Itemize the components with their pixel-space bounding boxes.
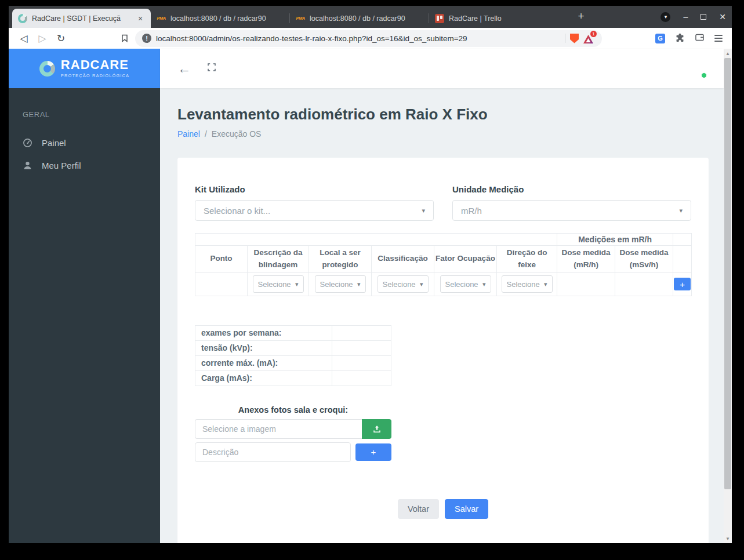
form-actions: Voltar Salvar xyxy=(195,499,691,519)
chevron-down-icon: ▾ xyxy=(422,207,425,214)
bookmark-icon[interactable] xyxy=(120,34,129,43)
description-input[interactable] xyxy=(195,442,351,462)
breadcrumb-separator: / xyxy=(205,129,207,139)
unit-select[interactable]: mR/h ▾ xyxy=(452,200,691,221)
new-tab-button[interactable]: + xyxy=(574,9,589,24)
tab-title: localhost:8080 / db / radcar90 xyxy=(170,14,284,23)
page-scrollbar[interactable]: ▲ ▼ xyxy=(724,49,732,543)
brand-name: RADCARE xyxy=(61,59,129,71)
col-direcao: Direção do feixe xyxy=(497,246,557,273)
breadcrumb-link-painel[interactable]: Painel xyxy=(177,129,200,139)
param-label: exames por semana: xyxy=(195,325,332,340)
phpmyadmin-favicon-icon: PMA xyxy=(296,14,305,23)
main-column: ← Levantamento radiométrico em Raio X Fi… xyxy=(160,49,724,543)
ponto-cell[interactable] xyxy=(195,272,248,296)
page-content: Levantamento radiométrico em Raio X Fixo… xyxy=(160,88,724,543)
param-label: corrente máx. (mA): xyxy=(195,355,332,370)
fator-select[interactable]: Selecione▾ xyxy=(440,275,491,293)
fullscreen-icon[interactable] xyxy=(207,63,216,74)
user-icon xyxy=(23,161,32,170)
attachments-heading: Anexos fotos sala e croqui: xyxy=(195,405,391,414)
scrollbar-thumb[interactable] xyxy=(724,58,731,489)
add-row-button[interactable]: + xyxy=(674,278,691,290)
window-controls: ▾ – ✕ xyxy=(660,6,726,28)
back-arrow-icon[interactable]: ← xyxy=(177,62,191,75)
col-ponto: Ponto xyxy=(195,246,248,273)
app-header: ← xyxy=(160,49,724,88)
radcare-favicon-icon xyxy=(18,14,27,23)
image-file-input[interactable] xyxy=(195,419,362,439)
tab-phpmyadmin-1[interactable]: PMA localhost:8080 / db / radcar90 xyxy=(151,9,289,28)
user-avatar[interactable] xyxy=(688,60,706,78)
maximize-button[interactable] xyxy=(701,14,706,20)
tab-phpmyadmin-2[interactable]: PMA localhost:8080 / db / radcar90 xyxy=(290,9,429,28)
extensions-puzzle-icon[interactable] xyxy=(675,32,685,45)
chevron-down-icon: ▾ xyxy=(357,281,361,288)
kit-select[interactable]: Selecionar o kit... ▾ xyxy=(195,200,434,221)
browser-window: RadCare | SGDT | Execuçã × PMA localhost… xyxy=(9,6,732,543)
table-row: tensão (kVp): xyxy=(195,340,391,355)
tab-search-button[interactable]: ▾ xyxy=(660,12,670,22)
col-descricao: Descrição da blindagem xyxy=(248,246,309,273)
param-label: tensão (kVp): xyxy=(195,340,332,355)
col-dose-msvh: Dose medida (mSv/h) xyxy=(615,246,673,273)
tab-title: localhost:8080 / db / radcar90 xyxy=(310,14,423,23)
rewards-badge: 1 xyxy=(590,31,597,37)
chevron-down-icon: ▾ xyxy=(679,207,683,214)
trello-favicon-icon xyxy=(435,14,444,23)
col-classificacao: Classificação xyxy=(372,246,434,273)
tab-close-icon[interactable]: × xyxy=(136,14,145,23)
direcao-select[interactable]: Selecione▾ xyxy=(502,275,553,293)
table-group-row: Medições em mR/h xyxy=(195,234,692,246)
divider xyxy=(565,34,565,43)
sidebar-item-label: Meu Perfil xyxy=(42,161,81,170)
site-info-icon[interactable]: ! xyxy=(142,34,151,43)
voltar-button[interactable]: Voltar xyxy=(398,499,439,519)
wallet-icon[interactable] xyxy=(695,32,705,45)
back-nav-icon[interactable]: ◁ xyxy=(16,32,32,45)
brave-rewards-icon[interactable]: 1 xyxy=(583,33,595,43)
descricao-select[interactable]: Selecione▾ xyxy=(253,275,304,293)
table-row: corrente máx. (mA): xyxy=(195,355,391,370)
minimize-button[interactable]: – xyxy=(683,13,688,21)
scroll-down-arrow-icon[interactable]: ▼ xyxy=(724,534,732,543)
tab-trello[interactable]: RadCare | Trello xyxy=(429,9,568,28)
tab-radcare-sgdt[interactable]: RadCare | SGDT | Execuçã × xyxy=(12,9,151,28)
forward-nav-icon: ▷ xyxy=(34,32,50,45)
sidebar-body: GERAL Painel Meu Perfil xyxy=(9,88,160,543)
url-text[interactable]: localhost:8000/admin/os-realizando-teste… xyxy=(156,34,560,43)
phpmyadmin-favicon-icon: PMA xyxy=(157,14,166,23)
kit-select-placeholder: Selecionar o kit... xyxy=(204,206,270,216)
param-value-cell[interactable] xyxy=(332,325,391,340)
group-header: Medições em mR/h xyxy=(557,234,673,246)
hamburger-menu-icon[interactable] xyxy=(714,35,723,42)
scroll-up-arrow-icon[interactable]: ▲ xyxy=(724,49,732,57)
salvar-button[interactable]: Salvar xyxy=(445,499,488,519)
sidebar-item-meu-perfil[interactable]: Meu Perfil xyxy=(9,154,160,177)
sidebar-item-label: Painel xyxy=(42,138,66,148)
tab-title: RadCare | SGDT | Execuçã xyxy=(32,14,131,23)
measurements-table: Medições em mR/h Ponto Descrição da blin… xyxy=(195,233,692,296)
sidebar-item-painel[interactable]: Painel xyxy=(9,132,160,154)
param-value-cell[interactable] xyxy=(332,370,391,386)
tab-strip: RadCare | SGDT | Execuçã × PMA localhost… xyxy=(9,6,732,28)
url-bar[interactable]: ! localhost:8000/admin/os-realizando-tes… xyxy=(135,30,602,47)
table-row: exames por semana: xyxy=(195,325,391,340)
chevron-down-icon: ▾ xyxy=(482,281,486,288)
param-value-cell[interactable] xyxy=(332,355,391,370)
translate-icon[interactable]: G xyxy=(655,34,665,43)
add-attachment-button[interactable]: + xyxy=(355,443,391,461)
table-row: Selecione▾ Selecione▾ Selecione▾ Selecio… xyxy=(195,272,692,296)
dose-msvh-cell[interactable] xyxy=(615,272,673,296)
local-select[interactable]: Selecione▾ xyxy=(315,275,366,293)
brand-tagline: PROTEÇÃO RADIOLÓGICA xyxy=(61,73,129,78)
classificacao-select[interactable]: Selecione▾ xyxy=(378,275,429,293)
upload-button[interactable] xyxy=(362,419,391,439)
dose-mrh-cell[interactable] xyxy=(557,272,615,296)
brave-shield-icon[interactable] xyxy=(570,34,579,43)
online-status-dot xyxy=(701,72,707,78)
close-button[interactable]: ✕ xyxy=(719,13,726,21)
param-value-cell[interactable] xyxy=(332,340,391,355)
reload-icon[interactable]: ↻ xyxy=(53,32,69,45)
form-card: Kit Utilizado Selecionar o kit... ▾ Unid… xyxy=(177,158,709,543)
